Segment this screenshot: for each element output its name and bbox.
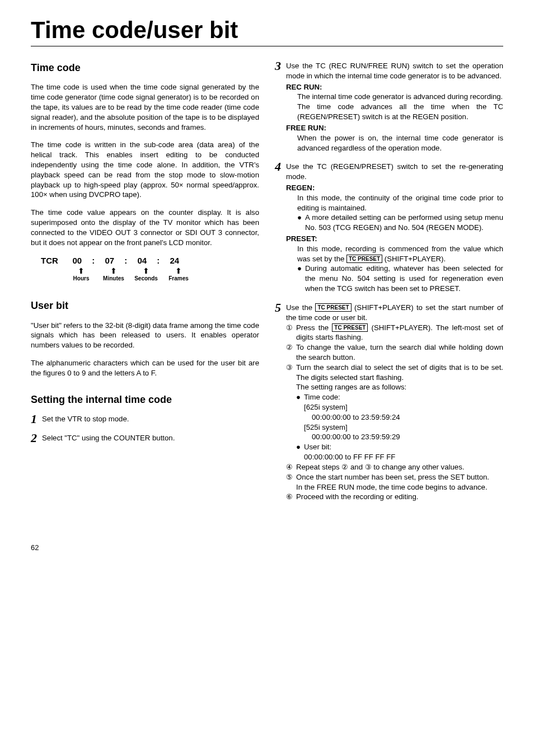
substep-2-text: To change the value, turn the search dia…	[296, 342, 503, 363]
bullet-dot-icon: ●	[296, 392, 304, 402]
step-number-1: 1	[31, 413, 42, 425]
step-number-4: 4	[275, 161, 286, 294]
sys-525: [525i system]	[304, 422, 503, 433]
step-5-lead: Use the TC PRESET (SHIFT+PLAYER) to set …	[286, 303, 503, 323]
substep-4: ④ Repeat steps ② and ③ to change any oth…	[286, 462, 503, 472]
user-bit-bullet: ● User bit:	[296, 442, 503, 452]
regen-bullet: ● A more detailed setting can be perform…	[297, 213, 503, 233]
regen-label: REGEN:	[286, 183, 503, 193]
heading-user-bit: User bit	[31, 299, 259, 312]
circled-1-icon: ①	[286, 323, 296, 343]
time-code-bullet: ● Time code:	[296, 392, 503, 402]
preset-p: In this mode, recording is commenced fro…	[297, 244, 503, 264]
page-number: 62	[31, 543, 503, 552]
step-2: 2 Select "TC" using the COUNTER button.	[31, 433, 259, 444]
arrow-up-icon: ⬆	[166, 267, 191, 275]
arrow-up-icon: ⬆	[134, 267, 158, 275]
substep-6: ⑥ Proceed with the recording or editing.	[286, 492, 503, 502]
tc-preset-box: TC PRESET	[315, 303, 351, 312]
bullet-dot-icon: ●	[297, 213, 305, 233]
tcr-hours: 00	[65, 255, 90, 266]
tcr-label-minutes: Minutes	[101, 275, 126, 283]
time-code-p1: The time code is used when the time code…	[31, 82, 259, 132]
step-1: 1 Set the VTR to stop mode.	[31, 414, 259, 425]
user-bit-bullet-label: User bit:	[304, 442, 331, 452]
bullet-dot-icon: ●	[297, 264, 305, 293]
tcr-example: TCR 00 : 07 : 04 : 24 ⬆ ⬆	[41, 255, 259, 282]
substep-5-text-b: In the FREE RUN mode, the time code begi…	[296, 482, 503, 492]
substep-3-text-a: Turn the search dial to select the set o…	[296, 363, 503, 383]
rec-run-p2: The time code advances all the time when…	[297, 102, 503, 122]
tc-preset-box: TC PRESET	[346, 255, 382, 263]
heading-setting-internal-tc: Setting the internal time code	[31, 393, 259, 406]
tcr-minutes: 07	[97, 255, 122, 266]
rec-run-p1: The internal time code generator is adva…	[297, 92, 503, 102]
arrow-up-icon: ⬆	[69, 267, 93, 275]
sys-625: [625i system]	[304, 402, 503, 412]
range-525: 00:00:00:00 to 23:59:59:29	[312, 432, 503, 442]
user-bit-p2: The alphanumeric characters which can be…	[31, 358, 259, 378]
substep-5: ⑤ Once the start number has been set, pr…	[286, 472, 503, 492]
range-625: 00:00:00:00 to 23:59:59:24	[312, 412, 503, 422]
user-bit-p1: "User bit" refers to the 32-bit (8-digit…	[31, 321, 259, 350]
time-code-p2: The time code is written in the sub-code…	[31, 140, 259, 200]
step-number-5: 5	[275, 302, 286, 502]
arrow-up-icon: ⬆	[101, 267, 126, 275]
free-run-p: When the power is on, the internal time …	[297, 133, 503, 153]
substep-3-text-b: The setting ranges are as follows:	[296, 382, 503, 392]
left-column: Time code The time code is used when the…	[31, 61, 259, 510]
substep-2: ② To change the value, turn the search d…	[286, 342, 503, 363]
substep-5-text-a: Once the start number has been set, pres…	[296, 472, 503, 482]
main-title: Time code/user bit	[31, 17, 503, 44]
step-4: 4 Use the TC (REGEN/PRESET) switch to se…	[275, 162, 503, 294]
time-code-bullet-label: Time code:	[304, 392, 340, 402]
tcr-label-row: Hours Minutes Seconds Frames	[69, 275, 259, 283]
step-number-2: 2	[31, 432, 42, 444]
step-5: 5 Use the TC PRESET (SHIFT+PLAYER) to se…	[275, 303, 503, 502]
step-number-3: 3	[275, 60, 286, 153]
tcr-label-hours: Hours	[69, 275, 93, 283]
step-4-lead: Use the TC (REGEN/PRESET) switch to set …	[286, 162, 503, 182]
circled-3-icon: ③	[286, 363, 296, 462]
time-code-p3: The time code value appears on the count…	[31, 208, 259, 247]
substep-6-text: Proceed with the recording or editing.	[296, 492, 503, 502]
tcr-label: TCR	[41, 255, 58, 266]
title-rule	[31, 46, 503, 46]
circled-2-icon: ②	[286, 342, 296, 363]
step-3: 3 Use the TC (REC RUN/FREE RUN) switch t…	[275, 61, 503, 153]
step-1-body: Set the VTR to stop mode.	[42, 414, 259, 425]
tcr-label-seconds: Seconds	[134, 275, 158, 283]
preset-bullet-text: During automatic editing, whatever has b…	[305, 264, 503, 293]
regen-p: In this mode, the continuity of the orig…	[297, 193, 503, 213]
tcr-row: TCR 00 : 07 : 04 : 24	[41, 255, 259, 266]
tcr-seconds: 04	[130, 255, 154, 266]
tc-preset-box: TC PRESET	[332, 323, 368, 332]
substep-1: ① Press the TC PRESET (SHIFT+PLAYER). Th…	[286, 323, 503, 343]
preset-label: PRESET:	[286, 234, 503, 244]
circled-4-icon: ④	[286, 462, 296, 472]
preset-bullet: ● During automatic editing, whatever has…	[297, 264, 503, 293]
substep-4-text: Repeat steps ② and ③ to change any other…	[296, 462, 503, 472]
substep-1-text: Press the TC PRESET (SHIFT+PLAYER). The …	[296, 323, 503, 343]
rec-run-label: REC RUN:	[286, 82, 503, 92]
tcr-frames: 24	[162, 255, 187, 266]
circled-5-icon: ⑤	[286, 472, 296, 492]
heading-time-code: Time code	[31, 61, 259, 74]
tcr-label-frames: Frames	[166, 275, 191, 283]
right-column: 3 Use the TC (REC RUN/FREE RUN) switch t…	[275, 61, 503, 510]
circled-6-icon: ⑥	[286, 492, 296, 502]
free-run-label: FREE RUN:	[286, 123, 503, 133]
bullet-dot-icon: ●	[296, 442, 304, 452]
regen-bullet-text: A more detailed setting can be performed…	[305, 213, 503, 233]
substep-3: ③ Turn the search dial to select the set…	[286, 363, 503, 462]
step-2-body: Select "TC" using the COUNTER button.	[42, 433, 259, 444]
tcr-arrows: ⬆ ⬆ ⬆ ⬆	[69, 267, 259, 275]
user-bit-range: 00:00:00:00 to FF FF FF FF	[304, 452, 503, 462]
columns: Time code The time code is used when the…	[31, 61, 503, 510]
page: Time code/user bit Time code The time co…	[0, 0, 534, 569]
step-3-lead: Use the TC (REC RUN/FREE RUN) switch to …	[286, 61, 503, 81]
